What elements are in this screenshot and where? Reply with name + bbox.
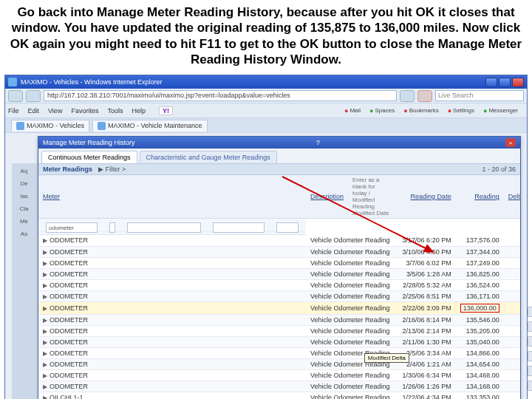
table-row[interactable]: ▶ODOMETERVehicle Odometer Reading2/22/06… bbox=[38, 301, 520, 314]
table-row[interactable]: ▶OILCHL1-1Vehicle Odometer Reading1/22/0… bbox=[38, 392, 520, 399]
meter-readings-table: Meter Description Enter as a blank for t… bbox=[38, 175, 520, 399]
section-title: Meter Readings bbox=[43, 166, 92, 173]
filter-toggle[interactable]: ▶ Filter > bbox=[98, 166, 126, 173]
right-tool-strip bbox=[525, 307, 532, 391]
expand-row-icon[interactable]: ▶ bbox=[43, 317, 47, 324]
expand-row-icon[interactable]: ▶ bbox=[43, 249, 47, 256]
toolbar-settings[interactable]: Settings bbox=[448, 107, 474, 115]
help-icon[interactable]: ? bbox=[316, 139, 320, 146]
expand-row-icon[interactable]: ▶ bbox=[43, 350, 47, 357]
table-row[interactable]: ▶ODOMETERVehicle Odometer Reading3/17/06… bbox=[38, 235, 520, 246]
meter-history-dialog: Aq De Ias Cla Me As Manage Meter Reading… bbox=[38, 136, 521, 399]
yahoo-logo-icon[interactable]: Y! bbox=[159, 106, 173, 115]
expand-row-icon[interactable]: ▶ bbox=[43, 395, 47, 400]
tool-icon[interactable] bbox=[528, 321, 532, 332]
menu-bar: File Edit View Favorites Tools Help Y! M… bbox=[5, 103, 527, 118]
dialog-title: Manage Meter Reading History bbox=[43, 139, 135, 146]
expand-row-icon[interactable]: ▶ bbox=[43, 328, 47, 335]
sidebar-label: Cla bbox=[19, 205, 28, 212]
col-description[interactable]: Description bbox=[306, 175, 348, 219]
table-row[interactable]: ▶ODOMETERVehicle Odometer Reading3/5/06 … bbox=[38, 268, 520, 279]
expand-row-icon[interactable]: ▶ bbox=[43, 293, 47, 300]
menu-favorites[interactable]: Favorites bbox=[71, 107, 98, 115]
nav-forward-button[interactable] bbox=[26, 90, 41, 102]
sidebar-label: Ias bbox=[20, 193, 28, 200]
minimize-button[interactable] bbox=[485, 78, 497, 87]
col-reading-date[interactable]: Reading Date bbox=[395, 175, 456, 219]
dialog-close-button[interactable]: × bbox=[505, 138, 516, 147]
expand-row-icon[interactable]: ▶ bbox=[43, 260, 47, 267]
tool-icon[interactable] bbox=[528, 381, 532, 391]
filter-date-input[interactable] bbox=[127, 222, 201, 233]
table-row[interactable]: ▶ODOMETERVehicle Odometer Reading3/10/06… bbox=[38, 246, 520, 257]
toolbar-messenger[interactable]: Messenger bbox=[483, 107, 518, 115]
toolbar-spaces[interactable]: Spaces bbox=[369, 107, 395, 115]
tab-characteristic[interactable]: Characteristic and Gauge Meter Readings bbox=[140, 151, 277, 163]
nav-back-button[interactable] bbox=[8, 90, 23, 102]
tab-continuous[interactable]: Continuous Meter Readings bbox=[41, 151, 137, 163]
tool-icon[interactable] bbox=[528, 336, 532, 347]
menu-edit[interactable]: Edit bbox=[28, 107, 40, 115]
browser-tab-2[interactable]: MAXIMO - Vehicle Maintenance bbox=[92, 120, 208, 132]
stop-button[interactable] bbox=[417, 90, 432, 102]
table-row[interactable]: ▶ODOMETERVehicle Odometer Reading2/13/06… bbox=[38, 325, 520, 336]
tab-favicon-icon bbox=[98, 122, 106, 130]
menu-view[interactable]: View bbox=[48, 107, 62, 115]
expand-row-icon[interactable]: ▶ bbox=[43, 305, 47, 312]
expand-row-icon[interactable]: ▶ bbox=[43, 282, 47, 289]
close-window-button[interactable] bbox=[512, 78, 524, 87]
table-row[interactable]: ▶ODOMETERVehicle Odometer Reading1/30/06… bbox=[38, 369, 520, 381]
browser-tab-1[interactable]: MAXIMO - Vehicles bbox=[11, 120, 89, 132]
instruction-text: Go back into Manage Meter Reading Histor… bbox=[0, 0, 532, 75]
expand-row-icon[interactable]: ▶ bbox=[43, 237, 47, 244]
browser-window: MAXIMO - Vehicles - Windows Internet Exp… bbox=[4, 75, 528, 399]
expand-row-icon[interactable]: ▶ bbox=[43, 271, 47, 278]
table-row[interactable]: ▶ODOMETERVehicle Odometer Reading1/26/06… bbox=[38, 381, 520, 392]
expand-row-icon[interactable]: ▶ bbox=[43, 339, 47, 346]
toolbar-mail[interactable]: Mail bbox=[344, 107, 361, 115]
table-row[interactable]: ▶ODOMETERVehicle Odometer Reading2/11/06… bbox=[38, 336, 520, 347]
expand-row-icon[interactable]: ▶ bbox=[43, 361, 47, 368]
table-row[interactable]: ▶ODOMETERVehicle Odometer Reading2/5/06 … bbox=[38, 347, 520, 358]
address-bar-row: http://167.102.38.210:7001/maximo/ui/max… bbox=[5, 89, 527, 103]
menu-help[interactable]: Help bbox=[132, 107, 146, 115]
address-bar[interactable]: http://167.102.38.210:7001/maximo/ui/max… bbox=[44, 90, 397, 101]
maximize-button[interactable] bbox=[499, 78, 511, 87]
col-extra[interactable]: Enter as a blank for today / Modified Re… bbox=[348, 175, 395, 219]
menu-file[interactable]: File bbox=[8, 107, 19, 115]
filter-desc-input[interactable] bbox=[109, 222, 115, 233]
window-titlebar: MAXIMO - Vehicles - Windows Internet Exp… bbox=[5, 75, 527, 89]
table-row[interactable]: ▶ODOMETERVehicle Odometer Reading2/16/06… bbox=[38, 314, 520, 325]
menu-tools[interactable]: Tools bbox=[107, 107, 123, 115]
window-title: MAXIMO - Vehicles - Windows Internet Exp… bbox=[21, 78, 163, 86]
tooltip: Modified Delta bbox=[364, 353, 409, 363]
col-reading[interactable]: Reading bbox=[456, 175, 504, 219]
col-meter[interactable]: Meter bbox=[38, 175, 306, 219]
ie-icon bbox=[8, 78, 17, 86]
table-row[interactable]: ▶ODOMETERVehicle Odometer Reading2/25/06… bbox=[38, 290, 520, 301]
filter-delta-input[interactable] bbox=[276, 222, 299, 233]
table-row[interactable]: ▶ODOMETERVehicle Odometer Reading3/7/06 … bbox=[38, 257, 520, 268]
toolbar-bookmarks[interactable]: Bookmarks bbox=[403, 107, 438, 115]
expand-row-icon[interactable]: ▶ bbox=[43, 372, 47, 379]
sidebar-label: As bbox=[21, 231, 27, 237]
sidebar-label: De bbox=[20, 180, 27, 187]
search-box[interactable]: Live Search bbox=[435, 90, 524, 101]
tool-icon[interactable] bbox=[528, 307, 532, 317]
dialog-tabs: Continuous Meter Readings Characteristic… bbox=[38, 149, 520, 163]
dialog-titlebar: Manage Meter Reading History ? × bbox=[38, 137, 520, 149]
refresh-button[interactable] bbox=[400, 90, 415, 102]
tab-label: MAXIMO - Vehicle Maintenance bbox=[108, 122, 202, 129]
filter-reading-input[interactable] bbox=[213, 222, 265, 233]
table-row[interactable]: ▶ODOMETERVehicle Odometer Reading2/28/05… bbox=[38, 279, 520, 290]
table-row[interactable]: ▶ODOMETERVehicle Odometer Reading2/4/06 … bbox=[38, 358, 520, 369]
col-delta[interactable]: Delta bbox=[504, 175, 520, 219]
expand-row-icon[interactable]: ▶ bbox=[43, 383, 47, 390]
sidebar-label: Aq bbox=[21, 168, 28, 174]
tab-label: MAXIMO - Vehicles bbox=[27, 122, 84, 129]
tool-icon[interactable] bbox=[528, 366, 532, 376]
section-header: Meter Readings ▶ Filter > 1 - 20 of 36 bbox=[38, 163, 520, 175]
tool-icon[interactable] bbox=[528, 351, 532, 361]
filter-meter-input[interactable] bbox=[46, 222, 98, 233]
tab-strip: MAXIMO - Vehicles MAXIMO - Vehicle Maint… bbox=[5, 118, 527, 133]
